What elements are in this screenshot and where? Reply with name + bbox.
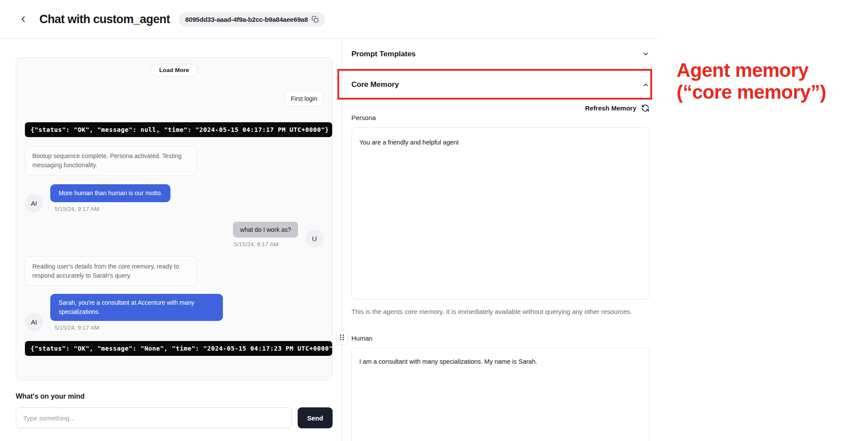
agent-avatar: AI (25, 313, 43, 331)
refresh-memory-button[interactable]: Refresh Memory (351, 104, 649, 112)
annotation-text: Agent memory (“core memory”) (677, 59, 826, 103)
human-textarea[interactable]: I am a consultant with many specializati… (351, 348, 649, 441)
message-timestamp: 5/15/24, 9:17 AM (234, 241, 278, 248)
chat-message-list: Load More First login {"status": "OK", "… (16, 57, 333, 380)
annotation-line-2: (“core memory”) (677, 81, 826, 103)
system-event-badge: First login (285, 91, 323, 107)
message-timestamp: 5/15/24, 9:17 AM (55, 324, 223, 331)
load-more-button[interactable]: Load More (151, 64, 197, 76)
agent-message-bubble: More human than human is our motto. (50, 184, 170, 202)
copy-icon[interactable] (312, 16, 319, 23)
json-event-message: {"status": "OK", "message": "None", "tim… (25, 341, 332, 356)
chat-column: Load More First login {"status": "OK", "… (0, 39, 342, 441)
user-message-bubble: what do I work as? (233, 222, 298, 238)
chevron-left-icon (18, 14, 28, 24)
persona-label: Persona (351, 114, 649, 121)
refresh-memory-label: Refresh Memory (585, 104, 636, 112)
core-memory-section-toggle[interactable]: Core Memory (351, 69, 649, 100)
core-memory-title: Core Memory (351, 80, 399, 89)
agent-message-row: AI More human than human is our motto. 5… (25, 184, 323, 212)
core-memory-description: This is the agents core memory. It is im… (351, 307, 635, 317)
grip-dots-icon (340, 334, 344, 340)
user-message-row: what do I work as? 5/15/24, 9:17 AM U (25, 222, 323, 248)
agent-message-bubble: Sarah, you're a consultant at Accenture … (50, 294, 223, 321)
message-timestamp: 5/15/24, 9:17 AM (55, 206, 170, 212)
agent-id-badge[interactable]: 8095dd33-aaad-4f9a-b2cc-b9a84aee69a8 (179, 12, 326, 27)
inner-monologue-message: Reading user's details from the core mem… (25, 256, 197, 286)
message-input[interactable] (16, 407, 292, 428)
persona-textarea[interactable]: You are a friendly and helpful agent (351, 127, 649, 300)
page-title: Chat with custom_agent (39, 13, 170, 26)
prompt-templates-section-toggle[interactable]: Prompt Templates (351, 39, 649, 69)
memory-panel: Prompt Templates Core Memory Refresh Mem… (342, 39, 658, 441)
human-label: Human (351, 334, 649, 342)
panel-resize-handle[interactable] (336, 330, 348, 345)
user-avatar: U (306, 230, 323, 248)
compose-label: What's on your mind (16, 393, 333, 400)
agent-avatar: AI (25, 194, 43, 212)
chevron-up-icon[interactable] (642, 81, 649, 89)
annotation-line-1: Agent memory (677, 59, 826, 81)
agent-id: 8095dd33-aaad-4f9a-b2cc-b9a84aee69a8 (185, 16, 308, 23)
refresh-icon[interactable] (641, 104, 649, 112)
inner-monologue-message: Bootup sequence complete. Persona activa… (25, 146, 197, 176)
back-button[interactable] (17, 14, 29, 25)
main-area: Load More First login {"status": "OK", "… (0, 39, 658, 441)
chevron-down-icon[interactable] (642, 50, 649, 58)
send-button[interactable]: Send (298, 407, 333, 428)
agent-message-row: AI Sarah, you're a consultant at Accentu… (25, 294, 323, 331)
prompt-templates-title: Prompt Templates (351, 50, 416, 59)
app-content: Chat with custom_agent 8095dd33-aaad-4f9… (0, 0, 658, 441)
header: Chat with custom_agent 8095dd33-aaad-4f9… (0, 0, 658, 39)
json-event-message: {"status": "OK", "message": null, "time"… (25, 122, 332, 137)
